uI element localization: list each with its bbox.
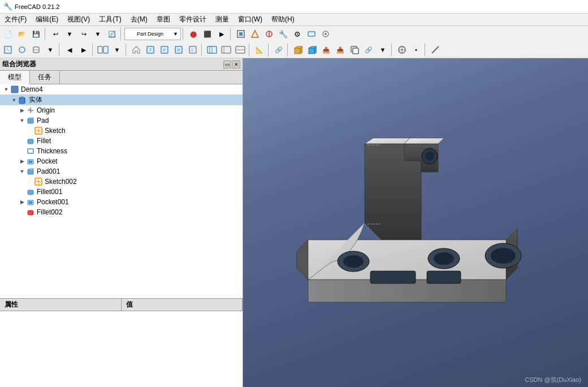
tb-export[interactable]: 📤 — [319, 43, 333, 57]
3d-viewport[interactable]: CSDN @筑(DuXiao) — [243, 58, 588, 387]
new-button[interactable]: 📄 — [1, 27, 15, 41]
tree-icon-demo4 — [10, 85, 19, 94]
panel-float-button[interactable]: ▭ — [223, 61, 231, 68]
tree-item-sketch002[interactable]: ▶ Sketch002 — [0, 177, 243, 187]
tree-item-pocket[interactable]: ▶ Pocket — [0, 156, 243, 166]
svg-text:F: F — [163, 48, 166, 53]
menu-sketch[interactable]: 章图 — [152, 14, 175, 25]
view-right[interactable]: R — [172, 43, 185, 57]
tb-cube-1[interactable] — [291, 43, 305, 57]
tb-btn-2[interactable]: ⬛ — [201, 27, 214, 41]
tb-link-drop[interactable]: ▼ — [376, 43, 390, 57]
tree-item-thickness[interactable]: ▶ Thickness — [0, 146, 243, 156]
svg-rect-43 — [28, 119, 33, 123]
view-home[interactable] — [129, 43, 143, 57]
view-back[interactable]: ◀ — [63, 43, 76, 57]
view-left[interactable]: L — [186, 43, 200, 57]
tree-item-fillet[interactable]: ▶ Fillet — [0, 136, 243, 146]
menu-view[interactable]: 视图(V) — [63, 14, 94, 25]
view-snap[interactable]: 🔗 — [272, 43, 286, 57]
sep2 — [120, 28, 123, 40]
tb-import[interactable]: 📥 — [334, 43, 347, 57]
svg-rect-38 — [19, 98, 25, 104]
tab-tasks[interactable]: 任务 — [30, 71, 60, 84]
open-button[interactable]: 📂 — [15, 27, 29, 41]
tree-item-fillet002[interactable]: ▶ Fillet002 — [0, 207, 243, 217]
tree-item-pad001[interactable]: ▼ Pad001 — [0, 166, 243, 177]
tb-copy[interactable] — [348, 43, 361, 57]
3d-part-rendering — [280, 127, 551, 342]
tb-cube-2[interactable] — [305, 43, 319, 57]
view-fit-all[interactable] — [1, 43, 15, 57]
svg-rect-29 — [295, 48, 300, 54]
view-fit-sel[interactable] — [15, 43, 29, 57]
tree-item-demo4[interactable]: ▼ Demo4 — [0, 84, 243, 94]
tb-point[interactable]: • — [409, 43, 423, 57]
view-top[interactable]: T — [144, 43, 157, 57]
view-sync-drop[interactable]: ▼ — [110, 43, 124, 57]
tb-btn-6[interactable] — [262, 27, 276, 41]
tb-btn-5[interactable] — [248, 27, 262, 41]
tb-btn-7[interactable]: 🔧 — [276, 27, 290, 41]
tree-icon-sketch — [34, 126, 43, 135]
tb-btn-3[interactable]: ▶ — [215, 27, 228, 41]
tab-model[interactable]: 模型 — [0, 71, 30, 84]
left-panel: 组合浏览器 ▭ ✕ 模型 任务 ▼ Demo4 ▼ — [0, 58, 243, 387]
sep6 — [92, 44, 94, 56]
tree-label-pocket: Pocket — [37, 157, 58, 165]
svg-point-64 — [425, 152, 434, 161]
view-front[interactable]: F — [158, 43, 171, 57]
redo-button[interactable]: ↪ — [77, 27, 90, 41]
view-btn3[interactable] — [29, 43, 43, 57]
svg-rect-37 — [11, 86, 18, 93]
tb-btn-4[interactable] — [234, 27, 248, 41]
tree-item-sketch[interactable]: ▶ Sketch — [0, 126, 243, 136]
view-btn-6[interactable] — [234, 43, 247, 57]
menu-tools[interactable]: 工具(T) — [94, 14, 126, 25]
menu-window[interactable]: 窗口(W) — [234, 14, 267, 25]
view-fwd[interactable]: ▶ — [77, 43, 90, 57]
sep7 — [126, 44, 128, 56]
menu-edit[interactable]: 编辑(E) — [31, 14, 63, 25]
panel-close-button[interactable]: ✕ — [232, 61, 240, 68]
menu-partdesign[interactable]: 零件设计 — [175, 14, 211, 25]
sep10 — [268, 44, 270, 56]
svg-rect-32 — [353, 48, 358, 54]
view-btn-5[interactable] — [219, 43, 233, 57]
3d-viewport-panel[interactable]: CSDN @筑(DuXiao) — [243, 58, 588, 387]
tree-label-solid: 实体 — [29, 95, 42, 105]
tb-btn-9[interactable] — [305, 27, 318, 41]
titlebar: 🔧 FreeCAD 0.21.2 — [0, 0, 588, 14]
tree-item-origin[interactable]: ▶ Origin — [0, 105, 243, 115]
tb-btn-8[interactable]: ⚙ — [291, 27, 304, 41]
view-btn3b[interactable]: ▼ — [44, 43, 57, 57]
menu-help[interactable]: 帮助(H) — [267, 14, 299, 25]
tb-btn-10[interactable] — [319, 27, 332, 41]
redo-dropdown[interactable]: ▼ — [91, 27, 105, 41]
refresh-button[interactable]: 🔄 — [105, 27, 119, 41]
view-ruler[interactable]: 📐 — [253, 43, 266, 57]
tb-line[interactable] — [429, 43, 442, 57]
tb-nav[interactable] — [395, 43, 409, 57]
tb-link[interactable]: 🔗 — [362, 43, 375, 57]
tree-item-pad[interactable]: ▼ Pad — [0, 115, 243, 126]
svg-rect-30 — [309, 48, 314, 54]
save-button[interactable]: 💾 — [29, 27, 43, 41]
workbench-dropdown[interactable]: Part Design ▼ — [124, 28, 181, 40]
tree-item-solid[interactable]: ▼ 实体 — [0, 94, 243, 105]
undo-dropdown[interactable]: ▼ — [63, 27, 76, 41]
tree-item-fillet001[interactable]: ▶ Fillet001 — [0, 187, 243, 197]
menu-go[interactable]: 去(M) — [126, 14, 152, 25]
tree-icon-origin — [26, 106, 35, 115]
tree-item-pocket001[interactable]: ▶ Pocket001 — [0, 197, 243, 207]
menu-measure[interactable]: 测量 — [211, 14, 234, 25]
undo-button[interactable]: ↩ — [49, 27, 62, 41]
tree-label-thickness: Thickness — [37, 147, 67, 155]
view-sync[interactable] — [96, 43, 110, 57]
tb-btn-1[interactable]: ⬤ — [187, 27, 200, 41]
menu-file[interactable]: 文件(F) — [0, 14, 31, 25]
svg-rect-50 — [29, 161, 32, 163]
tree-label-sketch: Sketch — [45, 127, 66, 135]
panel-controls: ▭ ✕ — [223, 61, 240, 68]
view-btn-4[interactable] — [205, 43, 219, 57]
